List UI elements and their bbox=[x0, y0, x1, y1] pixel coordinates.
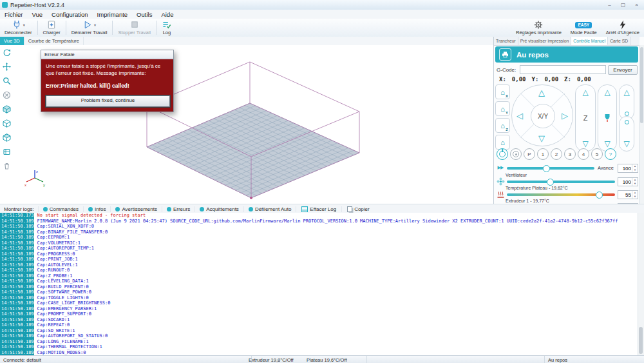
home-all-button[interactable]: ⌂ bbox=[495, 135, 510, 150]
filter-infos[interactable]: Infos bbox=[83, 206, 110, 212]
panel-scrollbar-thumb[interactable] bbox=[640, 47, 643, 123]
filter-erreurs[interactable]: Erreurs bbox=[162, 206, 194, 212]
jog-y-minus-button[interactable]: ▽ bbox=[538, 134, 545, 142]
bed-view-icon[interactable] bbox=[1, 146, 12, 157]
bed-temp-slider[interactable] bbox=[507, 193, 615, 196]
send-button[interactable]: Envoyer bbox=[608, 65, 638, 75]
menu-imprimante[interactable]: Imprimante bbox=[93, 11, 133, 18]
fan-slider[interactable] bbox=[507, 181, 615, 183]
help-button[interactable]: ? bbox=[605, 148, 616, 160]
load-button[interactable]: Charger bbox=[39, 19, 65, 37]
feedrate-input[interactable] bbox=[618, 164, 632, 172]
copy-log-button[interactable]: Copier bbox=[341, 206, 375, 212]
front-view-icon[interactable] bbox=[1, 118, 12, 129]
home-y-button[interactable]: ⌂Y bbox=[495, 101, 510, 116]
fan-input[interactable] bbox=[618, 178, 632, 186]
log-message: No start signal detected - forcing start bbox=[34, 213, 146, 219]
trash-icon[interactable] bbox=[1, 161, 12, 172]
log-timestamp: 14:51:50.189 bbox=[0, 295, 34, 301]
spin-down-icon[interactable]: ▼ bbox=[632, 182, 638, 186]
log-area[interactable]: 14:51:50.173No start signal detected - f… bbox=[0, 213, 644, 355]
clear-log-button[interactable]: Effacer Log bbox=[296, 206, 341, 212]
motors-off-button[interactable] bbox=[510, 148, 522, 160]
menu-configuration[interactable]: Configuration bbox=[47, 11, 93, 18]
close-button[interactable]: × bbox=[630, 1, 643, 9]
isometric-view-icon[interactable] bbox=[1, 104, 12, 115]
printer-state-status: Au repos bbox=[544, 356, 644, 363]
home-z-button[interactable]: ⌂Z bbox=[495, 118, 510, 133]
fan-slider-handle[interactable] bbox=[547, 179, 554, 186]
preset-4-button[interactable]: 4 bbox=[578, 148, 589, 160]
panel-scrollbar[interactable] bbox=[639, 45, 644, 204]
printer-settings-button[interactable]: Réglages imprimante bbox=[511, 19, 566, 37]
move-view-icon[interactable] bbox=[1, 61, 12, 72]
extruder-temp-status: Extrudeur 19,8°C/Off bbox=[245, 356, 310, 363]
home-x-button[interactable]: ⌂X bbox=[495, 84, 510, 99]
retract-button[interactable]: △ bbox=[623, 88, 629, 96]
rotate-view-icon[interactable] bbox=[1, 47, 12, 58]
fan-label: Ventilateur bbox=[506, 173, 527, 177]
preset-5-button[interactable]: 5 bbox=[591, 148, 603, 160]
filter-acquittements[interactable]: Acquittements bbox=[194, 206, 243, 212]
xy-jog-pad[interactable]: ◁ ▷ △ ▽ X/Y bbox=[511, 84, 573, 146]
log-row: 14:51:50.189Cap:BINARY_FILE_TRANSFER:0 bbox=[0, 230, 644, 235]
z-up-button[interactable]: △ bbox=[582, 88, 588, 96]
tab-trancheur[interactable]: Trancheur bbox=[494, 37, 518, 45]
tab-controle-manuel[interactable]: Contrôle Manuel bbox=[571, 37, 608, 45]
toolbar-separator bbox=[37, 21, 38, 35]
start-job-button[interactable]: ▾ Démarrer Travail bbox=[67, 19, 112, 37]
log-message: Cap:SD_WRITE:1 bbox=[34, 328, 75, 334]
preset-2-button[interactable]: 2 bbox=[551, 148, 562, 160]
problem-fixed-button[interactable]: Problem fixed, continue bbox=[46, 95, 170, 107]
dialog-message: Une erreur fatale a stoppé l'imprimante,… bbox=[46, 63, 169, 77]
reset-view-icon[interactable] bbox=[1, 90, 12, 101]
extrude-pad: ▽ bbox=[619, 116, 634, 152]
spin-down-icon[interactable]: ▼ bbox=[632, 195, 638, 199]
fan-icon bbox=[495, 177, 506, 185]
emergency-stop-button[interactable]: Arrêt d'Urgence bbox=[601, 19, 644, 37]
log-timestamp: 14:51:50.189 bbox=[0, 311, 34, 317]
filter-defilement-auto[interactable]: Défilement Auto bbox=[243, 206, 296, 212]
log-scrollbar[interactable] bbox=[638, 213, 644, 355]
power-button[interactable] bbox=[497, 148, 508, 160]
tab-carte-sd[interactable]: Carte SD bbox=[608, 37, 630, 45]
bed-temp-slider-handle[interactable] bbox=[596, 191, 603, 199]
top-view-icon[interactable] bbox=[1, 132, 12, 143]
log-scrollbar-thumb[interactable] bbox=[639, 327, 643, 354]
jog-x-plus-button[interactable]: ▷ bbox=[562, 112, 568, 120]
filter-avertissements[interactable]: Avertissements bbox=[110, 206, 162, 212]
menu-aide[interactable]: Aide bbox=[156, 11, 178, 18]
jog-x-minus-button[interactable]: ◁ bbox=[516, 112, 523, 120]
preset-3-button[interactable]: 3 bbox=[564, 148, 576, 160]
preset-1-button[interactable]: 1 bbox=[537, 148, 549, 160]
menu-outils[interactable]: Outils bbox=[132, 11, 156, 18]
gcode-input[interactable] bbox=[520, 65, 606, 74]
start-job-dropdown-icon[interactable]: ▾ bbox=[94, 23, 96, 27]
menu-fichier[interactable]: Fichier bbox=[0, 11, 28, 18]
log-toggle-button[interactable]: Log bbox=[157, 19, 176, 37]
extrude-button[interactable]: ▽ bbox=[623, 140, 629, 148]
extruder-up-button[interactable]: △ bbox=[604, 88, 610, 96]
tab-vue-3d[interactable]: Vue 3D bbox=[0, 37, 24, 45]
park-button[interactable]: P bbox=[524, 148, 535, 160]
minimize-button[interactable]: – bbox=[603, 1, 616, 9]
maximize-button[interactable]: ▢ bbox=[617, 1, 629, 9]
feedrate-slider-handle[interactable] bbox=[543, 165, 550, 172]
x-value: 0,00 bbox=[512, 76, 526, 83]
disconnect-dropdown-icon[interactable]: ▾ bbox=[23, 23, 25, 27]
filter-commandes[interactable]: Commandes bbox=[38, 206, 83, 212]
disconnect-button[interactable]: ▾ Déconnecter bbox=[0, 19, 37, 37]
tab-courbe-temperature[interactable]: Courbe de Température bbox=[24, 37, 84, 45]
zoom-icon[interactable] bbox=[1, 75, 12, 86]
z-down-button[interactable]: ▽ bbox=[582, 140, 588, 148]
spin-down-icon[interactable]: ▼ bbox=[632, 168, 638, 172]
extruder-down-button[interactable]: ▽ bbox=[604, 140, 610, 148]
feedrate-slider[interactable] bbox=[507, 167, 594, 170]
tab-previsualiser[interactable]: Pré visualiser impression bbox=[518, 37, 572, 45]
jog-y-plus-button[interactable]: △ bbox=[538, 88, 545, 97]
easy-mode-button[interactable]: EASY Mode Facile bbox=[566, 19, 601, 37]
menu-vue[interactable]: Vue bbox=[28, 11, 48, 18]
z-pad-label: Z bbox=[583, 114, 588, 122]
bed-temp-input[interactable] bbox=[618, 191, 632, 199]
stop-job-button: Stopper Travail bbox=[113, 19, 155, 37]
